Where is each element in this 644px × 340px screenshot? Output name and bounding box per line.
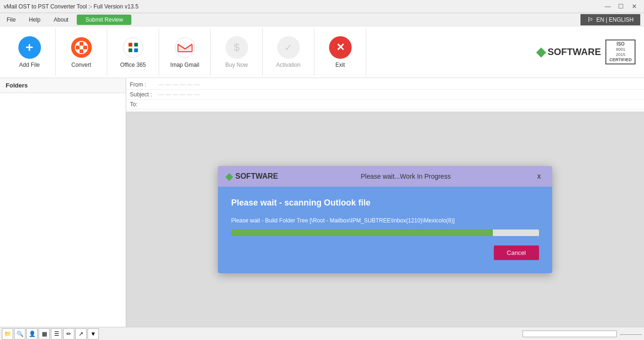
- bottom-progress-bar: [523, 331, 617, 337]
- maximize-button[interactable]: ☐: [615, 2, 627, 11]
- menu-help[interactable]: Help: [22, 15, 47, 25]
- modal-logo-text: SOFTWARE: [235, 172, 278, 181]
- subject-value: — — — — — —: [158, 91, 640, 98]
- from-value: — — — — — —: [158, 81, 640, 88]
- office365-label: Office 365: [120, 62, 145, 68]
- add-file-label: Add File: [19, 62, 40, 68]
- svg-rect-10: [134, 48, 138, 52]
- imap-gmail-icon: [174, 36, 196, 59]
- modal-header: ◆ SOFTWARE Please wait...Work In Progres…: [218, 166, 552, 187]
- toolbar-add-file[interactable]: + Add File: [4, 29, 56, 76]
- status-edit-icon[interactable]: ✏: [63, 328, 74, 340]
- toolbar: + Add File Convert Offi: [0, 26, 644, 78]
- svg-rect-7: [129, 43, 132, 47]
- title-bar-controls: — ☐ ✕: [602, 2, 640, 11]
- modal-header-title: Please wait...Work In Progress: [361, 173, 451, 180]
- svg-rect-8: [134, 43, 138, 47]
- status-search-icon[interactable]: 🔍: [14, 328, 25, 340]
- toolbar-activation: ✓ Activation: [263, 29, 314, 76]
- subject-field-row: Subject : — — — — — —: [126, 90, 644, 100]
- iso-badge: ISO 9001 2015 CERTIFIED: [605, 40, 636, 64]
- title-bar: vMail OST to PST Converter Tool :- Full …: [0, 0, 644, 13]
- modal-body: Please wait - scanning Outlook file Plea…: [218, 187, 552, 273]
- status-list-icon[interactable]: ☰: [51, 328, 62, 340]
- folders-header: Folders: [0, 78, 126, 93]
- to-field-row: To:: [126, 100, 644, 110]
- status-user-icon[interactable]: 👤: [26, 328, 38, 340]
- progress-modal: ◆ SOFTWARE Please wait...Work In Progres…: [218, 166, 552, 273]
- office365-icon: [122, 36, 145, 59]
- convert-label: Convert: [71, 62, 91, 68]
- modal-overlay: ◆ SOFTWARE Please wait...Work In Progres…: [126, 112, 644, 327]
- modal-progress-fill: [231, 229, 493, 236]
- status-more-icon[interactable]: ▼: [88, 328, 99, 340]
- menu-bar: File Help About Submit Review 🏳 EN | ENG…: [0, 13, 644, 26]
- imap-gmail-label: Imap Gmail: [170, 62, 199, 68]
- modal-progress-bar: [231, 229, 539, 236]
- software-logo: ◆ SOFTWARE: [536, 45, 601, 59]
- logo-text: SOFTWARE: [547, 47, 601, 57]
- subject-label: Subject :: [130, 91, 158, 98]
- lang-text: EN | ENGLISH: [596, 16, 634, 23]
- submit-review-button[interactable]: Submit Review: [77, 15, 131, 25]
- toolbar-office365[interactable]: Office 365: [107, 29, 159, 76]
- from-label: From :: [130, 81, 158, 88]
- folders-panel: Folders: [0, 78, 126, 327]
- email-fields: From : — — — — — — Subject : — — — — — —…: [126, 78, 644, 112]
- toolbar-buy-now: $ Buy Now: [211, 29, 263, 76]
- right-panel: From : — — — — — — Subject : — — — — — —…: [126, 78, 644, 327]
- status-grid-icon[interactable]: ▦: [39, 328, 50, 340]
- modal-status-text: Please wait - Build Folder Tree [\Root -…: [231, 217, 539, 224]
- modal-close-button[interactable]: x: [533, 171, 545, 182]
- status-text: -------------: [620, 331, 642, 337]
- status-folder-icon[interactable]: 📁: [2, 328, 13, 340]
- toolbar-exit[interactable]: ✕ Exit: [314, 29, 366, 76]
- from-field-row: From : — — — — — —: [126, 80, 644, 90]
- activation-icon: ✓: [277, 36, 300, 59]
- flag-icon: 🏳: [587, 16, 594, 24]
- buy-now-icon: $: [225, 36, 248, 59]
- svg-rect-9: [129, 48, 132, 52]
- diamond-icon: ◆: [536, 45, 546, 59]
- exit-icon: ✕: [329, 36, 352, 59]
- modal-logo: ◆ SOFTWARE: [225, 171, 278, 182]
- status-export-icon[interactable]: ↗: [75, 328, 87, 340]
- activation-label: Activation: [276, 62, 300, 68]
- buy-now-label: Buy Now: [225, 62, 248, 68]
- content-area: ◆ SOFTWARE Please wait...Work In Progres…: [126, 112, 644, 327]
- svg-rect-4: [76, 46, 80, 49]
- toolbar-logo: ◆ SOFTWARE ISO 9001 2015 CERTIFIED: [536, 40, 640, 64]
- convert-icon: [70, 36, 93, 59]
- menu-about[interactable]: About: [47, 15, 75, 25]
- menu-file[interactable]: File: [0, 15, 22, 25]
- exit-label: Exit: [335, 62, 345, 68]
- svg-rect-3: [80, 49, 83, 53]
- folders-content: [0, 93, 126, 327]
- toolbar-imap-gmail[interactable]: Imap Gmail: [159, 29, 211, 76]
- toolbar-convert[interactable]: Convert: [56, 29, 107, 76]
- svg-rect-2: [80, 42, 83, 46]
- minimize-button[interactable]: —: [602, 2, 614, 11]
- status-bar: 📁 🔍 👤 ▦ ☰ ✏ ↗ ▼ -------------: [0, 327, 644, 340]
- svg-point-6: [123, 38, 143, 57]
- title-bar-text: vMail OST to PST Converter Tool :- Full …: [4, 3, 602, 10]
- modal-title: Please wait - scanning Outlook file: [231, 198, 539, 208]
- modal-diamond-icon: ◆: [225, 171, 233, 182]
- svg-rect-5: [83, 46, 87, 49]
- close-button[interactable]: ✕: [628, 2, 640, 11]
- to-label: To:: [130, 101, 158, 108]
- modal-cancel-button[interactable]: Cancel: [494, 245, 539, 260]
- add-file-icon: +: [18, 36, 41, 59]
- language-button[interactable]: 🏳 EN | ENGLISH: [580, 14, 640, 25]
